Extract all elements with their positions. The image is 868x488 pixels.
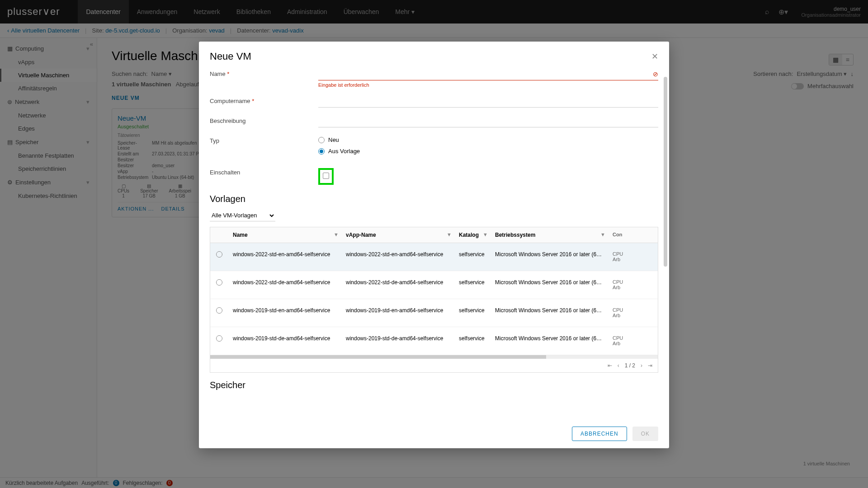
close-icon[interactable]: ✕ [651, 52, 658, 61]
pager-next-icon[interactable]: › [641, 362, 642, 369]
template-os: Microsoft Windows Server 2016 or later (… [491, 305, 608, 316]
template-name: windows-2022-std-de-amd64-selfservice [228, 277, 341, 288]
template-row[interactable]: windows-2019-std-de-amd64-selfservicewin… [210, 327, 658, 355]
type-radio-neu[interactable]: Neu [318, 136, 658, 143]
templates-table: Name▼ vApp-Name▼ Katalog▼ Betriebssystem… [210, 227, 658, 373]
pager-prev-icon[interactable]: ‹ [618, 362, 619, 369]
table-horizontal-scrollbar[interactable] [210, 355, 658, 359]
col-catalog[interactable]: Katalog▼ [454, 227, 491, 243]
name-input[interactable] [318, 70, 658, 80]
power-checkbox-highlight [318, 168, 334, 185]
template-compute: CPUArb [608, 333, 635, 349]
template-vapp: windows-2019-std-en-amd64-selfservice [341, 305, 454, 316]
ok-button[interactable]: OK [632, 427, 658, 441]
template-compute: CPUArb [608, 249, 635, 265]
template-catalog: selfservice [454, 249, 491, 260]
template-name: windows-2019-std-de-amd64-selfservice [228, 333, 341, 344]
power-checkbox[interactable] [323, 173, 329, 179]
template-filter-select[interactable]: Alle VM-Vorlagen [210, 210, 275, 221]
col-compute: Con [608, 227, 635, 243]
pager-first-icon[interactable]: ⇤ [608, 362, 612, 369]
template-row-radio[interactable] [216, 307, 222, 314]
type-label: Typ [210, 136, 318, 144]
template-name: windows-2022-std-en-amd64-selfservice [228, 249, 341, 260]
col-os[interactable]: Betriebssystem▼ [491, 227, 608, 243]
description-input[interactable] [318, 117, 658, 127]
storage-heading: Speicher [210, 380, 658, 390]
description-label: Beschreibung [210, 117, 318, 124]
template-compute: CPUArb [608, 277, 635, 293]
template-row[interactable]: windows-2019-std-en-amd64-selfservicewin… [210, 299, 658, 327]
template-name: windows-2019-std-en-amd64-selfservice [228, 305, 341, 316]
template-os: Microsoft Windows Server 2016 or later (… [491, 277, 608, 288]
col-vapp[interactable]: vApp-Name▼ [341, 227, 454, 243]
pager-text: 1 / 2 [625, 362, 635, 369]
template-os: Microsoft Windows Server 2016 or later (… [491, 333, 608, 344]
name-error: Eingabe ist erforderlich [318, 82, 658, 88]
template-row-radio[interactable] [216, 279, 222, 286]
template-vapp: windows-2022-std-en-amd64-selfservice [341, 249, 454, 260]
template-compute: CPUArb [608, 305, 635, 321]
error-icon: ⊘ [653, 70, 658, 78]
pager-last-icon[interactable]: ⇥ [648, 362, 652, 369]
template-catalog: selfservice [454, 277, 491, 288]
computername-label: Computername * [210, 97, 318, 104]
template-catalog: selfservice [454, 305, 491, 316]
filter-icon[interactable]: ▼ [600, 232, 605, 237]
template-row[interactable]: windows-2022-std-en-amd64-selfservicewin… [210, 243, 658, 271]
power-label: Einschalten [210, 168, 318, 176]
template-os: Microsoft Windows Server 2016 or later (… [491, 249, 608, 260]
filter-icon[interactable]: ▼ [334, 232, 339, 237]
template-row-radio[interactable] [216, 251, 222, 258]
type-radio-vorlage[interactable]: Aus Vorlage [318, 148, 658, 155]
template-catalog: selfservice [454, 333, 491, 344]
template-vapp: windows-2019-std-de-amd64-selfservice [341, 333, 454, 344]
template-row[interactable]: windows-2022-std-de-amd64-selfservicewin… [210, 271, 658, 299]
new-vm-modal: Neue VM ✕ Name * ⊘ Eingabe ist erforderl… [199, 42, 669, 448]
cancel-button[interactable]: ABBRECHEN [572, 427, 627, 441]
name-label: Name * [210, 70, 318, 77]
filter-icon[interactable]: ▼ [447, 232, 452, 237]
col-name[interactable]: Name▼ [228, 227, 341, 243]
filter-icon[interactable]: ▼ [483, 232, 488, 237]
templates-heading: Vorlagen [210, 194, 658, 204]
modal-title: Neue VM [210, 51, 251, 62]
computername-input[interactable] [318, 97, 658, 108]
modal-scrollbar[interactable] [664, 77, 667, 312]
template-vapp: windows-2022-std-de-amd64-selfservice [341, 277, 454, 288]
template-row-radio[interactable] [216, 335, 222, 342]
